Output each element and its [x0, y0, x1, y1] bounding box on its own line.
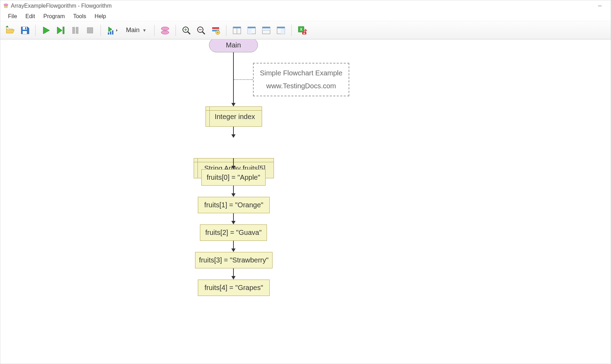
assign-label: fruits[2] = "Guava": [205, 229, 262, 237]
arrow: [233, 158, 234, 166]
toolbar-separator: [35, 25, 36, 36]
menu-program[interactable]: Program: [39, 12, 69, 21]
svg-point-0: [4, 4, 8, 6]
svg-point-14: [161, 31, 169, 34]
svg-rect-4: [23, 31, 27, 34]
arrow: [233, 268, 234, 276]
arrow-head-icon: [231, 103, 236, 106]
svg-rect-10: [108, 32, 109, 35]
svg-rect-31: [248, 28, 252, 34]
flowchart-main-terminal[interactable]: Main: [209, 39, 258, 52]
svg-rect-3: [23, 27, 27, 30]
export-button[interactable]: X A: [296, 24, 308, 37]
menu-file[interactable]: File: [4, 12, 21, 21]
svg-point-13: [161, 27, 169, 30]
titlebar: ArrayExampleFlowgorithm - Flowgorithm: [0, 0, 611, 12]
terminal-label: Main: [226, 41, 241, 49]
app-window: ArrayExampleFlowgorithm - Flowgorithm Fi…: [0, 0, 611, 364]
arrow-head-icon: [231, 166, 236, 169]
toolbar-separator: [100, 25, 101, 36]
svg-line-16: [188, 32, 190, 34]
assign-label: fruits[1] = "Orange": [204, 201, 263, 209]
svg-rect-11: [110, 31, 111, 35]
shapes-button[interactable]: [159, 24, 171, 37]
svg-rect-5: [25, 27, 26, 29]
chevron-down-icon: ▼: [142, 28, 147, 33]
toolbar-separator: [176, 25, 176, 36]
minimize-button[interactable]: [592, 0, 608, 12]
zoom-in-button[interactable]: [180, 24, 193, 37]
comment-connector: [233, 79, 253, 80]
menu-edit[interactable]: Edit: [21, 12, 39, 21]
toolbar-separator: [154, 25, 155, 36]
svg-rect-35: [262, 28, 270, 30]
svg-rect-30: [248, 27, 255, 28]
svg-rect-7: [73, 27, 75, 34]
declare-label: Integer index: [213, 113, 255, 121]
arrow-head-icon: [231, 248, 236, 252]
svg-rect-1: [5, 6, 7, 8]
svg-rect-6: [63, 27, 64, 34]
svg-line-20: [202, 32, 205, 34]
svg-text:A: A: [303, 32, 305, 35]
flowchart-declare-index[interactable]: Integer index: [206, 106, 262, 127]
flowchart-assign-2[interactable]: fruits[2] = "Guava": [200, 224, 267, 241]
zoom-out-button[interactable]: [195, 24, 207, 37]
arrow: [233, 213, 234, 221]
svg-text:X: X: [300, 28, 303, 31]
assign-label: fruits[3] = "Strawberry": [199, 256, 268, 264]
run-button[interactable]: [40, 24, 52, 37]
stop-button[interactable]: [84, 24, 96, 37]
function-name: Main: [126, 27, 140, 34]
assign-label: fruits[0] = "Apple": [207, 173, 260, 181]
flowchart-comment[interactable]: Simple Flowchart Example www.TestingDocs…: [253, 63, 349, 96]
flowchart-assign-4[interactable]: fruits[4] = "Grapes": [198, 280, 270, 296]
layout-3-button[interactable]: [260, 24, 273, 37]
toolbar-separator: [226, 25, 226, 36]
arrow: [233, 241, 234, 248]
arrow-head-icon: [231, 221, 236, 224]
toolbar: Main ▼: [0, 21, 611, 39]
step-button[interactable]: [54, 24, 67, 37]
arrow-head-icon: [231, 134, 236, 138]
svg-rect-12: [112, 30, 113, 35]
arrow-head-icon: [231, 276, 236, 280]
toolbar-separator: [291, 25, 292, 36]
speed-button[interactable]: [105, 24, 120, 37]
arrow: [233, 52, 234, 103]
arrow: [233, 186, 234, 193]
app-icon: [3, 3, 9, 9]
pause-button[interactable]: [69, 24, 82, 37]
assign-label: fruits[4] = "Grapes": [204, 284, 263, 292]
svg-rect-8: [76, 27, 78, 34]
layout-settings-button[interactable]: [209, 24, 222, 37]
svg-rect-33: [262, 27, 270, 28]
svg-rect-9: [87, 28, 93, 33]
menu-help[interactable]: Help: [90, 12, 110, 21]
menubar: File Edit Program Tools Help: [0, 12, 611, 21]
flowchart-canvas[interactable]: Main Simple Flowchart Example www.Testin…: [0, 39, 611, 364]
arrow-head-icon: [231, 193, 236, 197]
arrow: [233, 127, 234, 134]
layout-2-button[interactable]: [245, 24, 258, 37]
comment-line2: www.TestingDocs.com: [266, 82, 336, 90]
svg-rect-38: [281, 28, 285, 34]
layout-4-button[interactable]: [275, 24, 287, 37]
flowchart-assign-1[interactable]: fruits[1] = "Orange": [198, 197, 270, 213]
flowchart-assign-3[interactable]: fruits[3] = "Strawberry": [195, 252, 273, 268]
svg-point-25: [217, 32, 218, 33]
window-title: ArrayExampleFlowgorithm - Flowgorithm: [11, 3, 112, 9]
layout-1-button[interactable]: [231, 24, 243, 37]
svg-rect-22: [212, 27, 219, 29]
flowchart-assign-0[interactable]: fruits[0] = "Apple": [201, 169, 266, 186]
save-button[interactable]: [18, 24, 31, 37]
function-selector[interactable]: Main ▼: [122, 25, 150, 35]
open-button[interactable]: [4, 24, 16, 37]
comment-line1: Simple Flowchart Example: [260, 69, 343, 77]
svg-rect-27: [233, 27, 241, 28]
svg-rect-37: [277, 27, 285, 28]
menu-tools[interactable]: Tools: [69, 12, 90, 21]
